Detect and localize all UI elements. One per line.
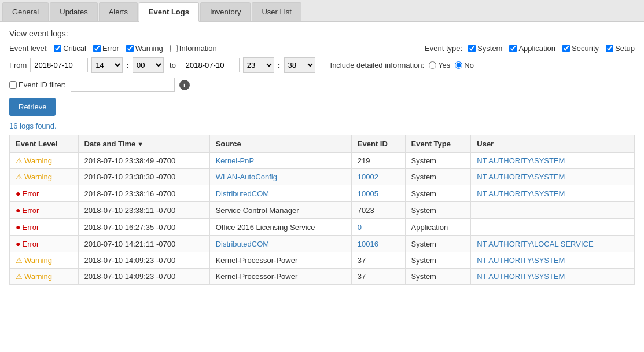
- user-link[interactable]: NT AUTHORITY\SYSTEM: [477, 272, 565, 281]
- level-label[interactable]: Error: [22, 206, 39, 215]
- event-type-application[interactable]: Application: [509, 44, 555, 53]
- table-row: ⚠Warning2018-07-10 23:38:30 -0700WLAN-Au…: [10, 169, 635, 185]
- source-link[interactable]: WLAN-AutoConfig: [216, 173, 277, 181]
- event-id-cell[interactable]: 0: [351, 219, 405, 236]
- source-link[interactable]: DistributedCOM: [216, 240, 269, 248]
- datetime-cell: 2018-07-10 23:38:30 -0700: [78, 169, 209, 185]
- user-link[interactable]: NT AUTHORITY\SYSTEM: [477, 189, 565, 198]
- event-id-cell[interactable]: 10002: [351, 169, 405, 185]
- radio-group: Yes No: [429, 61, 474, 69]
- level-label[interactable]: Warning: [24, 173, 52, 181]
- datetime-cell: 2018-07-10 14:09:23 -0700: [78, 252, 209, 269]
- warning-icon: ⚠: [16, 156, 23, 165]
- event-id-input[interactable]: [71, 78, 175, 92]
- user-cell: [471, 202, 635, 219]
- event-type-security[interactable]: Security: [562, 44, 599, 53]
- table-row: ●Error2018-07-10 23:38:11 -0700Service C…: [10, 202, 635, 219]
- event-id-row: Event ID filter: i: [9, 78, 635, 92]
- from-minute-select[interactable]: 00051015202530353840455055: [133, 57, 164, 73]
- to-minute-select[interactable]: 00051015202530353840455055: [284, 57, 315, 73]
- event-type-cell: System: [405, 153, 471, 169]
- tab-updates[interactable]: Updates: [50, 2, 97, 21]
- event-id-link[interactable]: 10005: [358, 189, 378, 198]
- source-cell: Kernel-Processor-Power: [209, 269, 351, 285]
- event-id-link[interactable]: 0: [358, 223, 362, 232]
- from-date-input[interactable]: [30, 58, 88, 72]
- tab-user-list[interactable]: User List: [252, 2, 301, 21]
- event-type-setup[interactable]: Setup: [606, 44, 635, 53]
- event-id-link[interactable]: 10002: [358, 173, 378, 181]
- event-level-cell: ●Error: [10, 219, 79, 236]
- event-level-label: Event level:: [9, 44, 48, 53]
- source-cell[interactable]: DistributedCOM: [209, 236, 351, 252]
- level-label[interactable]: Warning: [24, 156, 52, 165]
- colon-2: :: [278, 61, 281, 70]
- source-link[interactable]: Kernel-PnP: [216, 156, 254, 165]
- tab-general[interactable]: General: [2, 2, 49, 21]
- tab-event-logs[interactable]: Event Logs: [139, 2, 199, 22]
- col-event-id: Event ID: [351, 135, 405, 153]
- event-logs-table: Event LevelDate and Time▼SourceEvent IDE…: [9, 135, 635, 285]
- event-id-cell: 37: [351, 269, 405, 285]
- from-hour-select[interactable]: 0001020304050607080910111213141516171819…: [91, 57, 123, 73]
- tab-alerts[interactable]: Alerts: [99, 2, 138, 21]
- source-cell[interactable]: Kernel-PnP: [209, 153, 351, 169]
- event-type-cell: System: [405, 185, 471, 202]
- section-title: View event logs:: [9, 29, 635, 38]
- table-row: ●Error2018-07-10 16:27:35 -0700Office 20…: [10, 219, 635, 236]
- source-cell[interactable]: DistributedCOM: [209, 185, 351, 202]
- col-date-and-time[interactable]: Date and Time▼: [78, 135, 209, 153]
- from-label: From: [9, 61, 27, 69]
- col-source: Source: [209, 135, 351, 153]
- tab-inventory[interactable]: Inventory: [200, 2, 251, 21]
- user-link[interactable]: NT AUTHORITY\LOCAL SERVICE: [477, 240, 593, 248]
- event-level-warning[interactable]: Warning: [126, 44, 163, 53]
- source-cell: Kernel-Processor-Power: [209, 252, 351, 269]
- col-event-type: Event Type: [405, 135, 471, 153]
- user-cell[interactable]: NT AUTHORITY\LOCAL SERVICE: [471, 236, 635, 252]
- tab-bar: GeneralUpdatesAlertsEvent LogsInventoryU…: [0, 0, 644, 22]
- level-label[interactable]: Error: [22, 189, 39, 198]
- event-level-error[interactable]: Error: [93, 44, 119, 53]
- event-level-information[interactable]: Information: [170, 44, 217, 53]
- datetime-cell: 2018-07-10 16:27:35 -0700: [78, 219, 209, 236]
- level-label[interactable]: Error: [22, 223, 39, 232]
- event-type-cell: System: [405, 236, 471, 252]
- logs-found: 16 logs found.: [9, 122, 635, 130]
- event-id-cell[interactable]: 10016: [351, 236, 405, 252]
- radio-no-label: No: [464, 61, 474, 69]
- level-label[interactable]: Warning: [24, 256, 52, 265]
- radio-no[interactable]: No: [455, 61, 474, 69]
- event-type-system[interactable]: System: [468, 44, 502, 53]
- user-link[interactable]: NT AUTHORITY\SYSTEM: [477, 256, 565, 265]
- user-cell[interactable]: NT AUTHORITY\SYSTEM: [471, 252, 635, 269]
- event-level-critical[interactable]: Critical: [54, 44, 86, 53]
- event-id-link[interactable]: 10016: [358, 240, 378, 248]
- info-icon[interactable]: i: [179, 80, 190, 90]
- event-type-cell: System: [405, 202, 471, 219]
- user-cell[interactable]: NT AUTHORITY\SYSTEM: [471, 153, 635, 169]
- level-label[interactable]: Error: [22, 240, 39, 248]
- event-id-filter-checkbox[interactable]: Event ID filter:: [9, 80, 66, 89]
- to-date-input[interactable]: [182, 58, 240, 72]
- datetime-cell: 2018-07-10 14:21:11 -0700: [78, 236, 209, 252]
- user-link[interactable]: NT AUTHORITY\SYSTEM: [477, 173, 565, 181]
- user-cell: [471, 219, 635, 236]
- to-label: to: [170, 61, 176, 69]
- user-cell[interactable]: NT AUTHORITY\SYSTEM: [471, 269, 635, 285]
- user-cell[interactable]: NT AUTHORITY\SYSTEM: [471, 169, 635, 185]
- warning-icon: ⚠: [16, 256, 23, 265]
- level-label[interactable]: Warning: [24, 272, 52, 281]
- user-cell[interactable]: NT AUTHORITY\SYSTEM: [471, 185, 635, 202]
- source-cell[interactable]: WLAN-AutoConfig: [209, 169, 351, 185]
- event-id-cell: 7023: [351, 202, 405, 219]
- event-id-cell: 37: [351, 252, 405, 269]
- event-id-cell[interactable]: 10005: [351, 185, 405, 202]
- source-link[interactable]: DistributedCOM: [216, 189, 269, 198]
- user-link[interactable]: NT AUTHORITY\SYSTEM: [477, 156, 565, 165]
- datetime-row: From 00010203040506070809101112131415161…: [9, 57, 635, 73]
- datetime-cell: 2018-07-10 23:38:16 -0700: [78, 185, 209, 202]
- radio-yes[interactable]: Yes: [429, 61, 450, 69]
- to-hour-select[interactable]: 0001020304050607080910111213141516171819…: [243, 57, 274, 73]
- retrieve-button[interactable]: Retrieve: [9, 98, 56, 116]
